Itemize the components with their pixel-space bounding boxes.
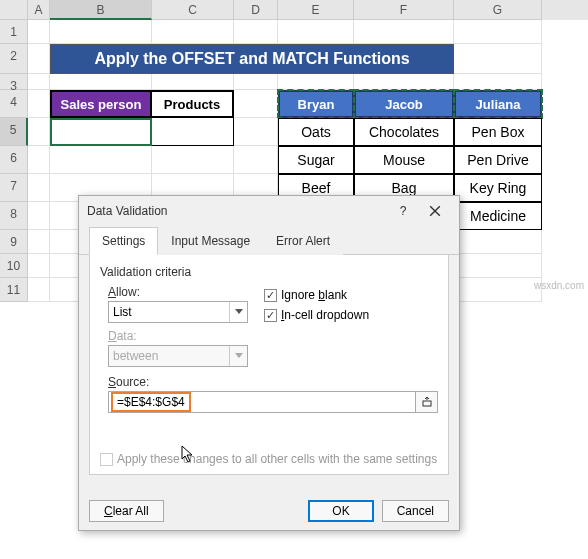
cell[interactable]: [28, 90, 50, 118]
col-header-F[interactable]: F: [354, 0, 454, 20]
cell[interactable]: [234, 74, 278, 90]
cell[interactable]: [28, 254, 50, 278]
header-bryan[interactable]: Bryan: [278, 90, 354, 118]
row-header-9[interactable]: 9: [0, 230, 28, 254]
cell[interactable]: [454, 278, 542, 302]
row-3: 3: [0, 74, 588, 90]
source-input[interactable]: =$E$4:$G$4: [108, 391, 416, 413]
dialog-titlebar[interactable]: Data Validation ?: [79, 196, 459, 226]
tab-input-message[interactable]: Input Message: [158, 227, 263, 255]
cell[interactable]: [28, 278, 50, 302]
select-all-corner[interactable]: [0, 0, 28, 20]
cell[interactable]: [234, 90, 278, 118]
header-jacob[interactable]: Jacob: [354, 90, 454, 118]
close-button[interactable]: [419, 199, 451, 223]
checkbox-icon: [264, 309, 277, 322]
row-header-1[interactable]: 1: [0, 20, 28, 44]
tab-error-alert[interactable]: Error Alert: [263, 227, 343, 255]
cell[interactable]: [454, 74, 542, 90]
ok-button[interactable]: OK: [308, 500, 373, 522]
header-juliana[interactable]: Juliana: [454, 90, 542, 118]
row-1: 1: [0, 20, 588, 44]
cell[interactable]: [454, 44, 542, 74]
cell[interactable]: [152, 20, 234, 44]
in-cell-dropdown-checkbox[interactable]: In-cell dropdown: [264, 308, 369, 322]
cell[interactable]: [28, 44, 50, 74]
svg-rect-0: [423, 401, 431, 406]
cell[interactable]: [50, 146, 152, 174]
cell[interactable]: [234, 146, 278, 174]
col-header-A[interactable]: A: [28, 0, 50, 20]
watermark: wsxdn.com: [534, 280, 584, 291]
row-header-3[interactable]: 3: [0, 74, 28, 90]
row-header-8[interactable]: 8: [0, 202, 28, 230]
cell[interactable]: [454, 20, 542, 44]
row-header-7[interactable]: 7: [0, 174, 28, 202]
col-header-E[interactable]: E: [278, 0, 354, 20]
allow-combobox[interactable]: List: [108, 301, 248, 323]
clear-all-button[interactable]: Clear All: [89, 500, 164, 522]
cell[interactable]: [152, 118, 234, 146]
row-header-6[interactable]: 6: [0, 146, 28, 174]
tab-settings[interactable]: Settings: [89, 227, 158, 255]
row-4: 4 Sales person Products Bryan Jacob Juli…: [0, 90, 588, 118]
cell[interactable]: [28, 74, 50, 90]
header-products[interactable]: Products: [152, 90, 234, 118]
help-button[interactable]: ?: [387, 199, 419, 223]
table-cell[interactable]: Oats: [278, 118, 354, 146]
cell[interactable]: [28, 20, 50, 44]
chevron-down-icon: [229, 302, 247, 322]
validation-criteria-label: Validation criteria: [100, 265, 438, 279]
allow-label: AAllow:llow:: [108, 285, 248, 299]
row-header-2[interactable]: 2: [0, 44, 28, 74]
cell[interactable]: [28, 202, 50, 230]
col-header-C[interactable]: C: [152, 0, 234, 20]
cell[interactable]: [234, 118, 278, 146]
help-icon: ?: [400, 204, 407, 218]
table-cell[interactable]: Key Ring: [454, 174, 542, 202]
cell[interactable]: [278, 74, 354, 90]
table-cell[interactable]: Sugar: [278, 146, 354, 174]
cell[interactable]: [50, 20, 152, 44]
col-header-B[interactable]: B: [50, 0, 152, 20]
row-header-4[interactable]: 4: [0, 90, 28, 118]
source-label: Source:: [108, 375, 438, 389]
cell[interactable]: [28, 174, 50, 202]
cell[interactable]: [354, 74, 454, 90]
table-cell[interactable]: Medicine: [454, 202, 542, 230]
dialog-buttons: Clear All OK Cancel: [89, 500, 449, 522]
cell[interactable]: [152, 74, 234, 90]
cell[interactable]: [28, 146, 50, 174]
table-cell[interactable]: Pen Box: [454, 118, 542, 146]
active-cell-B5[interactable]: [50, 118, 152, 146]
cell[interactable]: [454, 230, 542, 254]
row-header-11[interactable]: 11: [0, 278, 28, 302]
row-header-5[interactable]: 5: [0, 118, 28, 146]
cell[interactable]: [354, 20, 454, 44]
cell[interactable]: [28, 118, 50, 146]
cell[interactable]: [50, 74, 152, 90]
allow-value: List: [113, 305, 132, 319]
table-cell[interactable]: Chocolates: [354, 118, 454, 146]
apply-changes-checkbox: Apply these changes to all other cells w…: [100, 452, 437, 466]
range-picker-button[interactable]: [416, 391, 438, 413]
banner-title: Apply the OFFSET and MATCH Functions: [50, 44, 454, 74]
cell[interactable]: [234, 20, 278, 44]
cancel-button[interactable]: Cancel: [382, 500, 449, 522]
cell[interactable]: [152, 146, 234, 174]
col-header-G[interactable]: G: [454, 0, 542, 20]
row-6: 6 Sugar Mouse Pen Drive: [0, 146, 588, 174]
header-sales-person[interactable]: Sales person: [50, 90, 152, 118]
ignore-blank-checkbox[interactable]: Ignore blank: [264, 288, 369, 302]
cell[interactable]: [278, 20, 354, 44]
cell[interactable]: [454, 254, 542, 278]
close-icon: [429, 205, 441, 217]
col-header-D[interactable]: D: [234, 0, 278, 20]
row-5: 5 Oats Chocolates Pen Box: [0, 118, 588, 146]
table-cell[interactable]: Pen Drive: [454, 146, 542, 174]
table-cell[interactable]: Mouse: [354, 146, 454, 174]
cell[interactable]: [28, 230, 50, 254]
data-label: Data:: [108, 329, 438, 343]
data-value: between: [113, 349, 158, 363]
row-header-10[interactable]: 10: [0, 254, 28, 278]
